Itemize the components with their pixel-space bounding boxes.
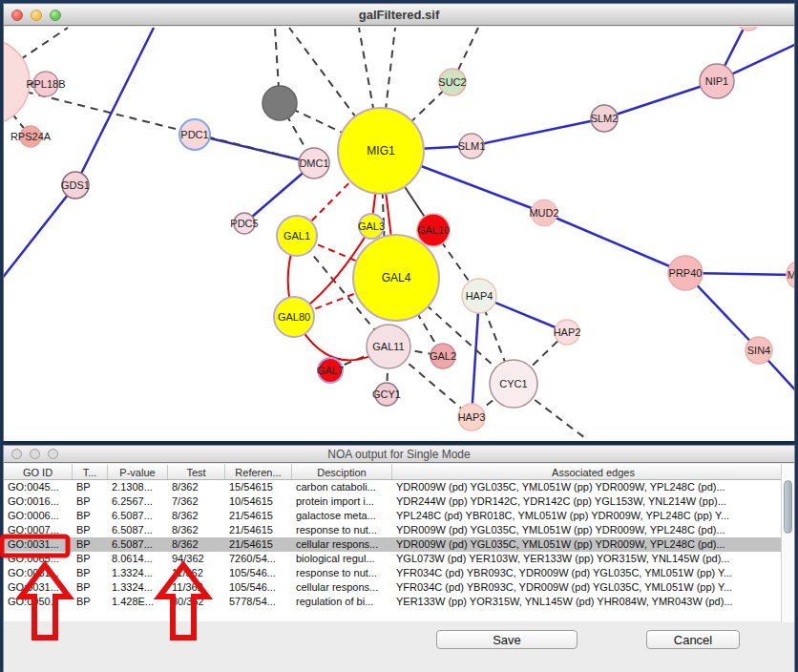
column-header-referen-[interactable]: Referen... <box>225 465 292 479</box>
table-cell[interactable]: response to nut... <box>292 566 392 580</box>
table-cell[interactable]: BP <box>73 480 108 494</box>
table-cell[interactable]: regulation of bi... <box>292 595 392 609</box>
table-cell[interactable]: 1.3324... <box>108 566 168 580</box>
vertical-scrollbar[interactable] <box>781 464 794 622</box>
column-header-associated-edges[interactable]: Associated edges <box>392 465 794 479</box>
table-cell[interactable]: carbon cataboli... <box>292 480 392 494</box>
table-row[interactable]: GO:0007...BP6.5087...8/36221/54615respon… <box>4 523 794 537</box>
table-cell[interactable]: BP <box>73 494 108 509</box>
table-cell[interactable]: GO:0016... <box>4 494 73 509</box>
table-cell[interactable]: response to nut... <box>292 523 392 537</box>
table-cell[interactable]: 15/54615 <box>225 480 292 494</box>
column-header-desciption[interactable]: Desciption <box>292 465 392 479</box>
noa-window-titlebar[interactable]: NOA output for Single Mode <box>4 446 794 463</box>
table-cell[interactable]: protein import i... <box>292 494 392 509</box>
table-cell[interactable]: cellular respons... <box>292 537 392 552</box>
table-cell[interactable]: 6.2567... <box>108 494 168 509</box>
column-header-test[interactable]: Test <box>168 465 225 479</box>
table-cell[interactable]: 6.5087... <box>108 523 168 537</box>
table-cell[interactable]: YPL248C (pd) YBR018C, YML051W (pp) YDR00… <box>392 509 794 523</box>
table-cell[interactable]: 6.5087... <box>108 509 168 523</box>
table-cell[interactable]: GO:0031... <box>4 580 73 595</box>
table-row[interactable]: GO:0006...BP6.5087...8/36221/54615galact… <box>4 509 794 523</box>
table-cell[interactable]: 8/362 <box>168 537 225 552</box>
minimize-button[interactable] <box>30 449 40 459</box>
table-cell[interactable]: GO:0045... <box>4 480 73 494</box>
table-cell[interactable]: YDR009W (pd) YGL035C, YML051W (pp) YDR00… <box>392 523 794 537</box>
zoom-button[interactable] <box>48 449 58 459</box>
table-cell[interactable]: YGL073W (pd) YER103W, YER133W (pp) YOR31… <box>392 552 794 566</box>
table-cell[interactable]: 80/362 <box>168 595 225 609</box>
table-cell[interactable]: 7260/54... <box>225 552 292 566</box>
table-cell[interactable]: GO:0007... <box>4 523 73 537</box>
network-window-title: galFiltered.sif <box>359 8 440 22</box>
table-cell[interactable]: 21/54615 <box>225 537 292 552</box>
scrollbar-thumb[interactable] <box>784 480 792 534</box>
table-cell[interactable]: 5778/54... <box>225 595 292 609</box>
table-cell[interactable]: 1.428E... <box>108 595 168 609</box>
table-cell[interactable]: 21/54615 <box>225 509 292 523</box>
close-button[interactable] <box>11 449 22 459</box>
table-cell[interactable]: 11/362 <box>168 580 225 595</box>
node-label-NIP1: NIP1 <box>705 75 728 87</box>
table-cell[interactable]: 8.0614... <box>108 552 168 566</box>
table-row[interactable]: GO:0031...BP6.5087...8/36221/54615cellul… <box>4 537 794 552</box>
table-cell[interactable]: BP <box>73 580 108 595</box>
node-GRAY[interactable] <box>262 86 297 120</box>
cancel-button[interactable]: Cancel <box>646 630 740 649</box>
table-cell[interactable]: cellular respons... <box>292 580 392 595</box>
table-cell[interactable]: 8/362 <box>168 509 225 523</box>
table-cell[interactable]: BP <box>73 509 108 523</box>
table-cell[interactable]: 10/54615 <box>225 494 292 509</box>
table-cell[interactable]: YDR009W (pd) YGL035C, YML051W (pp) YDR00… <box>392 537 794 552</box>
table-cell[interactable]: BP <box>73 552 108 566</box>
network-edge <box>472 296 479 417</box>
table-cell[interactable]: 11/362 <box>168 566 225 580</box>
table-row[interactable]: GO:0031...BP1.3324...11/362105/546...res… <box>4 566 794 580</box>
table-cell[interactable]: YDR009W (pd) YGL035C, YML051W (pp) YDR00… <box>392 480 794 494</box>
table-cell[interactable]: YFR034C (pd) YBR093C, YDR009W (pd) YGL03… <box>392 566 794 580</box>
table-cell[interactable]: BP <box>73 566 108 580</box>
table-cell[interactable]: galactose meta... <box>292 509 392 523</box>
network-canvas[interactable]: RPL18BRPS24AGDS1PDC1DMC1PDC5MIG1SUC2SLM1… <box>4 27 794 441</box>
table-cell[interactable]: 105/546... <box>225 580 292 595</box>
column-header-t-[interactable]: T... <box>73 465 108 479</box>
table-cell[interactable]: GO:0031... <box>4 566 73 580</box>
table-cell[interactable]: 105/546... <box>225 566 292 580</box>
zoom-button[interactable] <box>50 10 61 21</box>
table-cell[interactable]: GO:0006... <box>4 509 73 523</box>
table-row[interactable]: GO:0031...BP1.3324...11/362105/546...cel… <box>4 580 794 595</box>
table-cell[interactable]: GO:0065... <box>4 552 73 566</box>
table-row[interactable]: GO:0065...BP8.0614...94/3627260/54...bio… <box>4 552 794 566</box>
table-cell[interactable]: 21/54615 <box>225 523 292 537</box>
table-cell[interactable]: 7/362 <box>168 494 225 509</box>
table-row[interactable]: GO:0016...BP6.2567...7/36210/54615protei… <box>4 494 794 509</box>
table-cell[interactable]: YDR244W (pp) YDR142C, YDR142C (pp) YGL15… <box>392 494 794 509</box>
save-button[interactable]: Save <box>436 630 578 649</box>
node-TRN[interactable] <box>737 27 760 31</box>
node-label-MUD2: MUD2 <box>529 207 558 219</box>
table-cell[interactable]: 2.1308... <box>108 480 168 494</box>
table-cell[interactable]: BP <box>73 537 108 552</box>
column-header-go-id[interactable]: GO ID <box>4 465 73 479</box>
table-cell[interactable]: 94/362 <box>168 552 225 566</box>
table-row[interactable]: GO:0045...BP2.1308...8/36215/54615carbon… <box>4 480 794 494</box>
table-cell[interactable]: YFR034C (pd) YBR093C, YDR009W (pd) YGL03… <box>392 580 794 595</box>
table-cell[interactable]: GO:0050... <box>4 595 73 609</box>
minimize-button[interactable] <box>31 10 42 21</box>
table-cell[interactable]: GO:0031... <box>4 537 73 552</box>
node-label-HAP3: HAP3 <box>458 411 486 423</box>
close-button[interactable] <box>11 10 23 21</box>
table-row[interactable]: GO:0050...BP1.428E...80/3625778/54...reg… <box>4 595 794 609</box>
table-cell[interactable]: 8/362 <box>168 480 225 494</box>
table-cell[interactable]: biological regul... <box>292 552 392 566</box>
table-cell[interactable]: 8/362 <box>168 523 225 537</box>
table-cell[interactable]: YER133W (pp) YOR315W, YNL145W (pd) YHR08… <box>392 595 794 609</box>
column-header-p-value[interactable]: P-value <box>108 465 168 479</box>
table-cell[interactable]: BP <box>73 595 108 609</box>
network-window-titlebar[interactable]: galFiltered.sif <box>4 4 794 26</box>
table-cell[interactable]: BP <box>73 523 108 537</box>
table-cell[interactable]: 6.5087... <box>108 537 168 552</box>
table-cell[interactable]: 1.3324... <box>108 580 168 595</box>
node-label-GAL1: GAL1 <box>284 230 310 242</box>
